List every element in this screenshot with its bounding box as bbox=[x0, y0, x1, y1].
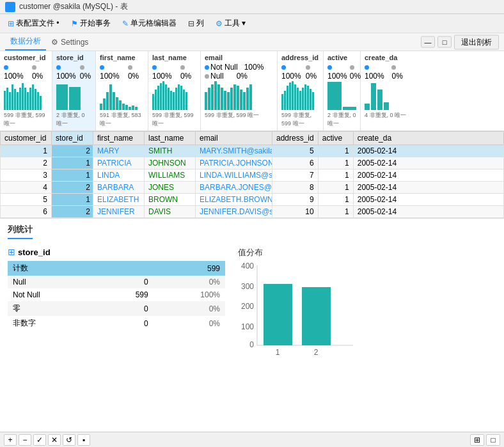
col-header-address-id[interactable]: address_id bbox=[272, 132, 319, 145]
menu-columns[interactable]: ⊟ 列 bbox=[183, 16, 209, 31]
bottom-toolbar: + − ✓ ✕ ↺ ▪ ⊞ □ bbox=[0, 432, 504, 447]
chart-panel: 值分布 400 300 200 100 0 bbox=[238, 247, 496, 365]
grid-view-btn[interactable]: ⊞ bbox=[470, 434, 484, 446]
stats-table-title: store_id bbox=[18, 247, 51, 257]
col-header-active[interactable]: active bbox=[318, 132, 353, 145]
confirm-btn[interactable]: ✓ bbox=[33, 434, 46, 446]
distribution-chart: 400 300 200 100 0 1 2 bbox=[238, 262, 366, 365]
stats-table-panel: ⊞ store_id 计数599Null00%Not Null599100%零0… bbox=[8, 247, 225, 365]
menu-cell-editor[interactable]: ✎ 单元格编辑器 bbox=[117, 16, 182, 31]
svg-rect-7 bbox=[264, 284, 292, 345]
col-stats-title: 列统计 bbox=[8, 224, 33, 239]
title-bar-text: customer @sakila (MySQL) - 表 bbox=[19, 1, 128, 12]
svg-text:200: 200 bbox=[241, 302, 254, 311]
svg-text:100: 100 bbox=[241, 322, 254, 331]
svg-text:2: 2 bbox=[314, 348, 319, 357]
tab-data-analysis[interactable]: 数据分析 bbox=[5, 33, 46, 51]
add-row-btn[interactable]: + bbox=[4, 434, 17, 446]
col-analytics-active: active 100% 0% 2 非重复, 0 唯一 bbox=[324, 51, 361, 130]
data-analysis-label: 数据分析 bbox=[10, 36, 41, 47]
svg-text:0: 0 bbox=[249, 340, 254, 349]
menu-tools[interactable]: ⚙ 工具 ▾ bbox=[210, 16, 251, 31]
window-maximize-btn[interactable]: □ bbox=[437, 36, 452, 48]
svg-rect-8 bbox=[302, 287, 331, 345]
col-analytics-last-name: last_name 100% 0% bbox=[148, 51, 201, 130]
window-minimize-btn[interactable]: — bbox=[421, 36, 435, 48]
menu-begin-tx[interactable]: ⚑ 开始事务 bbox=[66, 16, 116, 31]
app-icon bbox=[5, 2, 15, 12]
table-row[interactable]: 6 2 JENNIFER DAVIS JENNIFER.DAVIS@sakila… bbox=[1, 206, 504, 218]
col-header-first-name[interactable]: first_name bbox=[93, 132, 145, 145]
stats-table-icon: ⊞ bbox=[8, 247, 15, 257]
table-row[interactable]: 2 1 PATRICIA JOHNSON PATRICIA.JOHNSON@sa… bbox=[1, 157, 504, 169]
layout-btn[interactable]: □ bbox=[486, 434, 500, 446]
cell-editor-icon: ✎ bbox=[122, 19, 129, 28]
table-row[interactable]: 4 2 BARBARA JONES BARBARA.JONES@sakila 8… bbox=[1, 182, 504, 194]
col-header-create-da[interactable]: create_da bbox=[353, 132, 503, 145]
col-analytics-create-da: create_da 100% 0% 4 非重复, 0 唯一 bbox=[361, 51, 412, 130]
chart-title: 值分布 bbox=[238, 247, 496, 258]
table-row[interactable]: 3 1 LINDA WILLIAMS LINDA.WILLIAMS@sakila… bbox=[1, 169, 504, 182]
dot-btn[interactable]: ▪ bbox=[77, 434, 90, 446]
col-analytics-store-id: store_id 100% 0% 2 非重复, 0 唯一 bbox=[52, 51, 96, 130]
menu-begin-tx-label: 开始事务 bbox=[80, 18, 111, 29]
svg-text:400: 400 bbox=[241, 262, 254, 271]
menu-columns-label: 列 bbox=[196, 18, 204, 29]
settings-label: Settings bbox=[61, 38, 88, 47]
tab-settings[interactable]: ⚙ Settings bbox=[46, 33, 93, 51]
col-header-customer-id[interactable]: customer_id bbox=[1, 132, 52, 145]
tools-icon: ⚙ bbox=[216, 19, 223, 28]
table-config-icon: ⊞ bbox=[8, 19, 14, 28]
table-row[interactable]: 1 2 MARY SMITH MARY.SMITH@sakilacust 5 1… bbox=[1, 145, 504, 157]
svg-text:300: 300 bbox=[241, 282, 254, 291]
exit-analysis-btn[interactable]: 退出剖析 bbox=[454, 35, 499, 49]
svg-text:1: 1 bbox=[276, 348, 280, 357]
menu-table-config[interactable]: ⊞ 表配置文件 • bbox=[3, 16, 65, 31]
col-analytics-customer-id: customer_id 100% 0% bbox=[0, 51, 52, 130]
col-stats-section: 列统计 ⊞ store_id 计数599Null00%Not Null59910… bbox=[0, 219, 504, 432]
cancel-btn[interactable]: ✕ bbox=[48, 434, 61, 446]
menu-cell-editor-label: 单元格编辑器 bbox=[130, 18, 177, 29]
col-header-last-name[interactable]: last_name bbox=[145, 132, 196, 145]
settings-icon: ⚙ bbox=[51, 38, 58, 47]
menu-table-config-label: 表配置文件 • bbox=[16, 18, 59, 29]
begin-tx-icon: ⚑ bbox=[71, 19, 78, 28]
col-header-email[interactable]: email bbox=[196, 132, 272, 145]
table-row[interactable]: 5 1 ELIZABETH BROWN ELIZABETH.BROWN@sak … bbox=[1, 194, 504, 206]
refresh-btn[interactable]: ↺ bbox=[63, 434, 75, 446]
col-analytics-address-id: address_id 100% 0% bbox=[278, 51, 324, 130]
col-analytics-email: email Not Null 100% Null 0% bbox=[201, 51, 278, 130]
menu-tools-label: 工具 ▾ bbox=[224, 18, 246, 29]
col-header-store-id[interactable]: store_id bbox=[52, 132, 93, 145]
col-analytics-first-name: first_name 100% 0% bbox=[96, 51, 148, 130]
columns-icon: ⊟ bbox=[188, 19, 194, 28]
delete-row-btn[interactable]: − bbox=[19, 434, 31, 446]
data-table-container: customer_id store_id first_name last_nam… bbox=[0, 131, 504, 219]
